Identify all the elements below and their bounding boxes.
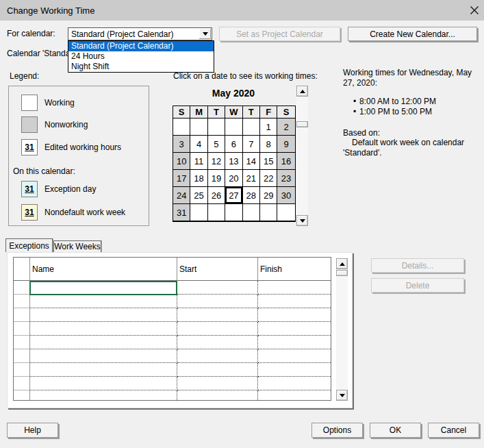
exceptions-table-cell[interactable] bbox=[177, 308, 258, 322]
exceptions-table-cell[interactable] bbox=[30, 336, 177, 349]
calendar-day-header: W bbox=[225, 106, 242, 119]
calendar-day-cell[interactable]: 26 bbox=[208, 187, 225, 204]
calendar-empty-cell bbox=[173, 119, 190, 136]
calendar-day-cell[interactable]: 16 bbox=[277, 153, 294, 170]
exceptions-table-cell[interactable] bbox=[30, 363, 177, 377]
row-header-cell[interactable] bbox=[14, 308, 30, 322]
exceptions-table-cell[interactable] bbox=[177, 281, 258, 295]
exceptions-table-cell[interactable] bbox=[258, 349, 331, 363]
calendar-scroll-up-button[interactable] bbox=[296, 86, 308, 97]
exceptions-table-cell[interactable] bbox=[30, 308, 177, 322]
details-button[interactable]: Details... bbox=[371, 258, 464, 273]
exceptions-table-cell[interactable] bbox=[30, 295, 177, 308]
dropdown-option-night-shift[interactable]: Night Shift bbox=[68, 62, 214, 72]
calendar-scrollbar-thumb[interactable] bbox=[296, 121, 308, 127]
row-header-cell[interactable] bbox=[14, 377, 30, 390]
edited-working-hours-swatch: 31 bbox=[21, 139, 38, 155]
calendar-day-cell[interactable]: 7 bbox=[243, 136, 260, 153]
calendar-day-cell[interactable]: 24 bbox=[173, 187, 190, 204]
calendar-combobox[interactable]: Standard (Project Calendar) bbox=[68, 27, 212, 40]
calendar-scrollbar[interactable] bbox=[296, 86, 308, 226]
exceptions-table-cell[interactable] bbox=[177, 322, 258, 336]
calendar-day-cell[interactable]: 10 bbox=[173, 153, 190, 170]
exceptions-table-cell[interactable] bbox=[258, 336, 331, 349]
exceptions-table-cell[interactable] bbox=[177, 349, 258, 363]
calendar-day-cell[interactable]: 30 bbox=[277, 187, 294, 204]
tab-work-weeks[interactable]: Work Weeks bbox=[53, 240, 101, 252]
tab-exceptions[interactable]: Exceptions bbox=[5, 238, 53, 252]
calendar-day-cell[interactable]: 11 bbox=[190, 153, 207, 170]
table-scroll-down-button[interactable] bbox=[336, 390, 348, 401]
calendar-empty-cell bbox=[208, 204, 225, 221]
set-as-project-calendar-button[interactable]: Set as Project Calendar bbox=[219, 27, 340, 41]
cancel-button[interactable]: Cancel bbox=[428, 423, 479, 438]
delete-button[interactable]: Delete bbox=[371, 278, 464, 293]
exceptions-table-cell[interactable] bbox=[177, 377, 258, 390]
row-header-cell[interactable] bbox=[14, 295, 30, 308]
arrow-up-icon bbox=[340, 262, 345, 266]
calendar-scroll-down-button[interactable] bbox=[296, 215, 308, 226]
calendar-day-cell[interactable]: 22 bbox=[260, 170, 277, 187]
exceptions-table-cell[interactable] bbox=[177, 363, 258, 377]
row-header-cell[interactable] bbox=[14, 349, 30, 363]
calendar-day-cell[interactable]: 25 bbox=[190, 187, 207, 204]
options-button[interactable]: Options bbox=[311, 423, 363, 438]
calendar-day-cell[interactable]: 28 bbox=[243, 187, 260, 204]
exceptions-table-cell[interactable] bbox=[177, 390, 258, 401]
calendar-day-cell[interactable]: 5 bbox=[208, 136, 225, 153]
row-header-cell[interactable] bbox=[14, 281, 30, 295]
exceptions-table-cell[interactable] bbox=[30, 377, 177, 390]
calendar-day-cell[interactable]: 4 bbox=[190, 136, 207, 153]
table-scroll-up-button[interactable] bbox=[336, 258, 348, 269]
calendar-day-cell[interactable]: 15 bbox=[260, 153, 277, 170]
dropdown-option-24-hours[interactable]: 24 Hours bbox=[68, 51, 214, 62]
row-header-cell[interactable] bbox=[14, 390, 30, 401]
calendar-day-cell[interactable]: 17 bbox=[173, 170, 190, 187]
working-time-item: •1:00 PM to 5:00 PM bbox=[343, 107, 480, 117]
for-calendar-label: For calendar: bbox=[7, 29, 55, 38]
exceptions-table-cell[interactable] bbox=[258, 281, 331, 295]
exceptions-table-cell[interactable] bbox=[177, 336, 258, 349]
exceptions-table-cell[interactable] bbox=[30, 349, 177, 363]
calendar-day-cell[interactable]: 31 bbox=[173, 204, 190, 221]
help-button[interactable]: Help bbox=[7, 423, 58, 438]
row-header-cell[interactable] bbox=[14, 363, 30, 377]
exceptions-table-cell[interactable] bbox=[30, 322, 177, 336]
exceptions-table-scrollbar[interactable] bbox=[336, 258, 348, 401]
selected-name-cell[interactable] bbox=[29, 281, 177, 295]
exceptions-table-cell[interactable] bbox=[258, 390, 331, 401]
row-header-cell[interactable] bbox=[14, 322, 30, 336]
working-times-heading: Working times for Wednesday, May 27, 202… bbox=[343, 68, 480, 88]
calendar-day-cell[interactable]: 20 bbox=[225, 170, 242, 187]
calendar-day-cell[interactable]: 2 bbox=[277, 119, 294, 136]
calendar-day-cell[interactable]: 27 bbox=[225, 187, 242, 204]
calendar-day-cell[interactable]: 3 bbox=[173, 136, 190, 153]
calendar-day-cell[interactable]: 29 bbox=[260, 187, 277, 204]
calendar-day-cell[interactable]: 9 bbox=[277, 136, 294, 153]
calendar-day-cell[interactable]: 19 bbox=[208, 170, 225, 187]
calendar-day-cell[interactable]: 21 bbox=[243, 170, 260, 187]
close-icon[interactable] bbox=[470, 5, 479, 15]
dropdown-option-standard[interactable]: Standard (Project Calendar) bbox=[68, 41, 214, 51]
combobox-dropdown-button[interactable] bbox=[199, 29, 211, 39]
create-new-calendar-button[interactable]: Create New Calendar... bbox=[348, 27, 477, 41]
calendar-day-cell[interactable]: 18 bbox=[190, 170, 207, 187]
exceptions-table-cell[interactable] bbox=[30, 390, 177, 401]
exceptions-table-cell[interactable] bbox=[177, 295, 258, 308]
calendar-day-cell[interactable]: 23 bbox=[277, 170, 294, 187]
row-header-cell[interactable] bbox=[14, 336, 30, 349]
calendar-day-cell[interactable]: 12 bbox=[208, 153, 225, 170]
exceptions-table-cell[interactable] bbox=[258, 322, 331, 336]
calendar-empty-cell bbox=[225, 119, 242, 136]
calendar-day-cell[interactable]: 14 bbox=[243, 153, 260, 170]
calendar-day-cell[interactable]: 8 bbox=[260, 136, 277, 153]
exceptions-table-cell[interactable] bbox=[258, 295, 331, 308]
calendar-day-cell[interactable]: 13 bbox=[225, 153, 242, 170]
exceptions-table-cell[interactable] bbox=[258, 377, 331, 390]
ok-button[interactable]: OK bbox=[370, 423, 421, 438]
table-scrollbar-thumb[interactable] bbox=[336, 270, 348, 276]
exceptions-table-cell[interactable] bbox=[258, 363, 331, 377]
calendar-day-cell[interactable]: 6 bbox=[225, 136, 242, 153]
exceptions-table-cell[interactable] bbox=[258, 308, 331, 322]
calendar-day-cell[interactable]: 1 bbox=[260, 119, 277, 136]
